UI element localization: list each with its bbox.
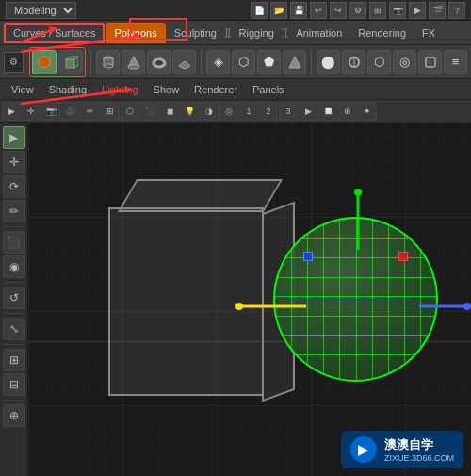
watermark-brand: 澳澳自学 <box>384 436 454 453</box>
special-tool-7[interactable]: ⬡ <box>367 50 391 74</box>
cone-tool[interactable] <box>122 50 145 74</box>
menu-tabs: Curves / Surfaces Polygons Sculpting ][ … <box>0 21 471 45</box>
handle-yellow-arrow <box>240 305 306 308</box>
tab-fx[interactable]: FX <box>414 23 443 43</box>
select-tool[interactable]: ▶ <box>3 126 25 149</box>
sphere-mesh <box>273 217 438 382</box>
scale-tool[interactable]: ⤡ <box>3 318 25 340</box>
tb-wire[interactable]: ⬡ <box>121 102 139 121</box>
primitive-group <box>29 47 86 77</box>
tb-cam2[interactable]: 🎥 <box>61 102 80 121</box>
tool-icon-row: ⚙ <box>0 45 471 79</box>
secondary-menu: View Shading Lighting Show Renderer Pane… <box>0 79 471 100</box>
svg-marker-11 <box>179 61 190 69</box>
tab-animation[interactable]: Animation <box>288 23 349 43</box>
grid-btn[interactable]: ⊞ <box>369 2 386 19</box>
extrude-tool[interactable]: ⬛ <box>3 231 25 254</box>
handle-blue-arrow <box>419 305 466 308</box>
multi-cut-tool[interactable]: ⊞ <box>3 349 25 371</box>
mode-dropdown[interactable]: Modeling <box>6 2 76 19</box>
new-file-btn[interactable]: 📄 <box>251 2 268 19</box>
special-tool-5[interactable]: ⬤ <box>317 50 340 74</box>
camera-btn[interactable]: 📷 <box>389 2 406 19</box>
left-panel: ▶ ✛ ⟳ ✏ ⬛ ◉ ↺ ⤡ ⊞ ⊟ ⊕ <box>0 123 28 476</box>
special-tool-6[interactable] <box>342 50 365 74</box>
tb-light[interactable]: 💡 <box>180 102 199 121</box>
lasso-tool[interactable]: ⟳ <box>3 175 25 198</box>
watermark: ▶ 澳澳自学 ZIXUE.3D66.COM <box>341 431 463 468</box>
cube-tool[interactable] <box>58 50 83 74</box>
tb-grid[interactable]: ⊞ <box>101 102 120 121</box>
sphere-tool[interactable] <box>32 50 57 74</box>
tb-solid[interactable]: ⬛ <box>140 102 159 121</box>
svg-marker-12 <box>289 57 300 68</box>
svg-point-0 <box>39 57 50 68</box>
save-btn[interactable]: 💾 <box>290 2 307 19</box>
menu-renderer[interactable]: Renderer <box>187 79 245 100</box>
special-tool-2[interactable]: ⬡ <box>232 50 255 74</box>
special-tool-1[interactable]: ◈ <box>206 50 230 74</box>
menu-panels[interactable]: Panels <box>245 79 292 100</box>
svg-rect-15 <box>426 57 435 67</box>
anim-btn[interactable]: 🎬 <box>429 2 446 19</box>
watermark-logo: ▶ <box>350 436 377 463</box>
tb-iso1[interactable]: 1 <box>239 102 258 121</box>
rotate-tool[interactable]: ↺ <box>3 287 25 309</box>
tb-cam3[interactable]: 🔲 <box>318 102 337 121</box>
tb-xray[interactable]: ◎ <box>219 102 238 121</box>
cube-face-front <box>108 207 264 396</box>
tab-sculpting[interactable]: Sculpting <box>167 23 224 43</box>
svg-point-10 <box>156 60 162 64</box>
loop-cut-tool[interactable]: ⊟ <box>3 373 25 396</box>
tab-rendering[interactable]: Rendering <box>350 23 414 43</box>
svg-point-6 <box>104 64 113 68</box>
tb-iso3[interactable]: 3 <box>279 102 298 121</box>
soft-select-tool[interactable]: ◉ <box>3 255 25 278</box>
tb-extra2[interactable]: ✦ <box>358 102 377 121</box>
move-tool[interactable]: ✛ <box>3 151 25 173</box>
watermark-url: ZIXUE.3D66.COM <box>384 453 454 463</box>
help-btn[interactable]: ? <box>448 2 465 19</box>
torus-tool[interactable] <box>147 50 171 74</box>
special-tool-9[interactable] <box>418 50 442 74</box>
handle-green-arrow <box>357 193 360 250</box>
pivot-red <box>398 252 408 261</box>
render-btn[interactable]: ▶ <box>409 2 426 19</box>
tool-settings-btn[interactable]: ⚙ <box>4 52 24 73</box>
open-file-btn[interactable]: 📂 <box>270 2 287 19</box>
tb-select[interactable]: ▶ <box>2 102 21 121</box>
tb-extra1[interactable]: ⊕ <box>338 102 357 121</box>
tb-iso2[interactable]: 2 <box>259 102 278 121</box>
undo-btn[interactable]: ↩ <box>310 2 327 19</box>
cylinder-tool[interactable] <box>96 50 120 74</box>
tb-render[interactable]: ▶ <box>299 102 317 121</box>
tb-draw[interactable]: ✏ <box>81 102 100 121</box>
settings-btn[interactable]: ⚙ <box>349 2 366 19</box>
special-tool-10[interactable]: ≡ <box>444 50 467 74</box>
tab-polygons[interactable]: Polygons <box>106 23 165 43</box>
icon-toolbar: ▶ ✛ 📷 🎥 ✏ ⊞ ⬡ ⬛ ◼ 💡 ◑ ◎ 1 2 3 ▶ 🔲 ⊕ ✦ <box>0 100 471 123</box>
tb-tex[interactable]: ◼ <box>160 102 179 121</box>
tab-rigging[interactable]: Rigging <box>232 23 282 43</box>
viewport[interactable]: ▶ 澳澳自学 ZIXUE.3D66.COM <box>28 123 471 476</box>
top-bar: Modeling 📄 📂 💾 ↩ ↪ ⚙ ⊞ 📷 ▶ 🎬 ? <box>0 0 471 21</box>
tab-curves-surfaces[interactable]: Curves / Surfaces <box>4 23 105 43</box>
pivot-blue <box>303 252 313 261</box>
special-tool-3[interactable]: ⬟ <box>257 50 281 74</box>
menu-shading[interactable]: Shading <box>41 79 94 100</box>
tb-pan[interactable]: ✛ <box>22 102 41 121</box>
redo-btn[interactable]: ↪ <box>330 2 347 19</box>
plane-tool[interactable] <box>172 50 196 74</box>
main-area: ▶ ✛ ⟳ ✏ ⬛ ◉ ↺ ⤡ ⊞ ⊟ ⊕ <box>0 123 471 476</box>
special-tool-4[interactable] <box>283 50 306 74</box>
svg-point-8 <box>128 65 139 69</box>
tb-cam1[interactable]: 📷 <box>41 102 60 121</box>
tb-shadow[interactable]: ◑ <box>200 102 219 121</box>
special-tool-8[interactable]: ◎ <box>393 50 416 74</box>
paint-tool[interactable]: ✏ <box>3 200 25 222</box>
menu-show[interactable]: Show <box>146 79 187 100</box>
snap-tool[interactable]: ⊕ <box>3 404 25 427</box>
menu-view[interactable]: View <box>4 79 41 100</box>
watermark-text-block: 澳澳自学 ZIXUE.3D66.COM <box>384 436 454 463</box>
menu-lighting[interactable]: Lighting <box>94 79 146 100</box>
